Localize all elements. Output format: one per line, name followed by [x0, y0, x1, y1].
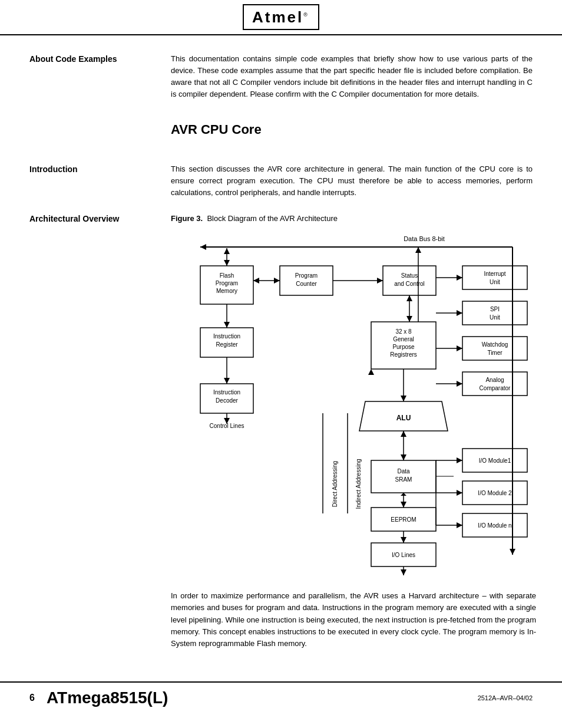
direct-addressing-label: Direct Addressing — [332, 461, 338, 507]
sram-alu-arrow — [401, 431, 406, 437]
indirect-addressing-label: Indirect Addressing — [355, 459, 362, 509]
gpr-label-3: Purpose — [392, 344, 415, 350]
avr-cpu-core-heading: AVR CPU Core — [171, 115, 533, 149]
alu-gpr-arrow — [368, 369, 374, 375]
right-bus-arrow — [510, 549, 515, 555]
watchdog-label-2: Timer — [487, 350, 503, 356]
chip-name: ATmega8515(L) — [47, 689, 168, 707]
page: Atmel® About Code Examples This document… — [0, 0, 562, 728]
pc-flash-arrow — [274, 278, 280, 284]
doc-reference: 2512A–AVR–04/02 — [478, 694, 533, 701]
pc-label-1: Program — [295, 272, 318, 279]
gpr-label-4: Registrers — [390, 351, 417, 358]
avr-block-diagram: Data Bus 8-bit Flash Program Memory — [171, 230, 536, 578]
architectural-content: Figure 3. Block Diagram of the AVR Archi… — [171, 213, 536, 650]
pc-label-2: Counter — [296, 281, 317, 287]
to-io-n-arrow — [457, 522, 462, 528]
analog-label-1: Analog — [485, 377, 504, 383]
status-gpr-arrow — [406, 316, 412, 322]
registered-mark: ® — [303, 12, 310, 18]
avr-cpu-core-placeholder — [29, 115, 153, 149]
sram-eeprom-arrow — [401, 502, 406, 508]
about-code-heading: About Code Examples — [29, 53, 153, 101]
io-down-arrow — [401, 569, 406, 575]
parallelism-text: In order to maximize performance and par… — [171, 590, 536, 650]
gpr-label-2: General — [393, 336, 414, 342]
to-io1-arrow — [457, 457, 462, 463]
instr-reg-label-1: Instruction — [213, 333, 240, 340]
about-code-body: This documentation contains simple code … — [171, 53, 533, 101]
diagram-container: Data Bus 8-bit Flash Program Memory — [171, 230, 536, 578]
to-interrupt-arrow — [457, 275, 462, 281]
analog-label-2: Comparator — [480, 385, 511, 391]
about-code-section: About Code Examples This documentation c… — [29, 53, 533, 101]
page-number: 6 — [29, 693, 35, 703]
indirect-addr-container — [342, 413, 352, 508]
watchdog-label-1: Watchdog — [482, 341, 508, 348]
data-bus-arrow-left — [200, 244, 206, 250]
gpr-label-1: 32 x 8 — [395, 328, 412, 335]
data-bus-label: Data Bus 8-bit — [404, 235, 445, 242]
introduction-body: This section discusses the AVR core arch… — [171, 163, 533, 199]
main-content: About Code Examples This documentation c… — [0, 35, 562, 681]
gpr-alu-arrow — [401, 396, 406, 401]
flash-label-2: Program — [216, 280, 238, 286]
page-footer: 6 ATmega8515(L) 2512A–AVR–04/02 — [0, 681, 562, 713]
flash-to-bus-arrow — [224, 248, 230, 254]
to-spi-arrow — [457, 310, 462, 316]
spi-label-2: Unit — [490, 314, 500, 321]
atmel-logo: Atmel® — [243, 4, 319, 30]
gpr-bus-arrow — [415, 247, 421, 253]
spi-unit-block — [462, 301, 527, 325]
logo-area: Atmel® — [243, 4, 319, 30]
flash-instreg-arrow — [224, 322, 230, 328]
architectural-section: Architectural Overview Figure 3. Block D… — [29, 213, 533, 650]
instr-dec-label-2: Decoder — [216, 397, 238, 404]
status-label-2: and Control — [394, 281, 425, 287]
alu-sram-arrow — [401, 454, 406, 460]
pc-status-arrow — [377, 278, 383, 284]
io-module2-label: I/O Module 2 — [478, 490, 512, 496]
flash-label-3: Memory — [216, 288, 237, 294]
flash-pc-arrow — [253, 278, 259, 284]
interrupt-unit-label-2: Unit — [490, 279, 500, 285]
spi-label-1: SPI — [490, 306, 500, 312]
figure-caption: Figure 3. Block Diagram of the AVR Archi… — [171, 213, 536, 225]
introduction-heading: Introduction — [29, 163, 153, 199]
data-sram-label-1: Data — [397, 468, 410, 475]
data-sram-label-2: SRAM — [395, 476, 412, 483]
to-watchdog-arrow — [457, 345, 462, 351]
top-bar: Atmel® — [0, 0, 562, 35]
interrupt-unit-block — [462, 266, 527, 289]
status-label-1: Status — [401, 272, 418, 279]
instr-dec-label-1: Instruction — [213, 389, 240, 396]
io-module-n-label: I/O Module n — [478, 522, 511, 529]
avr-cpu-core-section: AVR CPU Core — [29, 115, 533, 149]
bus-to-flash-arrow — [224, 260, 230, 266]
eeprom-io-arrow — [401, 537, 406, 543]
instr-reg-label-2: Register — [216, 341, 238, 348]
to-analog-arrow — [457, 381, 462, 387]
io-module1-label: I/O Module1 — [479, 457, 511, 464]
introduction-section: Introduction This section discusses the … — [29, 163, 533, 199]
io-lines-label: I/O Lines — [392, 552, 415, 558]
alu-label: ALU — [396, 414, 411, 422]
instreg-instrdec-arrow — [224, 378, 230, 384]
analog-comp-block — [462, 372, 527, 396]
flash-label-1: Flash — [220, 272, 234, 279]
watchdog-block — [462, 337, 527, 360]
gpr-status-arrow — [406, 295, 412, 301]
interrupt-unit-label-1: Interrupt — [484, 271, 505, 277]
architectural-heading: Architectural Overview — [29, 213, 153, 223]
eeprom-label: EEPROM — [391, 516, 416, 523]
to-io2-arrow — [457, 490, 462, 496]
